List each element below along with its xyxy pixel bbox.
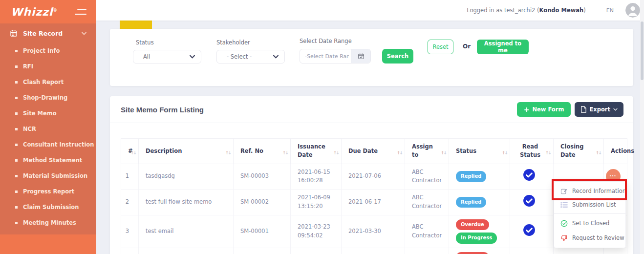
cell-ref-no: SM-00003	[234, 164, 291, 190]
sort-arrows-icon[interactable]: ↑↓	[397, 150, 402, 157]
cell-description: test email	[139, 215, 234, 248]
cell-ref-no: SM-00001	[234, 215, 291, 248]
cell-status: OverduePending	[449, 248, 510, 254]
column-header-closing-date[interactable]: Closing Date↑↓	[554, 139, 604, 164]
menu-item-record-information[interactable]: Record Information	[554, 184, 625, 198]
page-scrollbar[interactable]	[640, 0, 644, 254]
brand-logo[interactable]: Whizzl®	[11, 6, 58, 18]
sort-arrows-icon[interactable]: ↑↓	[130, 150, 136, 157]
language-selector[interactable]: EN	[606, 7, 614, 14]
bullet-icon	[15, 112, 18, 115]
chevron-down-icon	[190, 55, 195, 59]
date-range-label: Select Date Range	[300, 38, 352, 44]
sidebar-item-label: Material Submission	[23, 172, 87, 179]
status-select-value: All	[143, 53, 150, 60]
menu-item-submission-list[interactable]: Submission List	[554, 198, 625, 212]
column-header-issuance-date[interactable]: Issuance Date↑↓	[291, 139, 342, 164]
column-header-due-date[interactable]: Due Date↑↓	[342, 139, 405, 164]
stakeholder-label: Stakeholder	[216, 39, 250, 46]
new-form-button[interactable]: + New Form	[517, 102, 571, 117]
cell-issuance-date: 2021-06-0913:15:20	[291, 190, 342, 215]
menu-item-label: Record Information	[572, 188, 626, 194]
column-header-status[interactable]: Status↑↓	[449, 139, 510, 164]
calendar-picker-icon[interactable]	[351, 49, 370, 63]
sidebar-item-label: Consultant Instruction	[23, 141, 94, 148]
column-header-description[interactable]: Description↑↓	[139, 139, 234, 164]
sort-arrows-icon[interactable]: ↑↓	[225, 150, 231, 157]
sidebar-item-meeting-minutes[interactable]: Meeting Minutes	[0, 215, 96, 231]
cell-issuance-date: 2021-03-2309:54:02	[291, 215, 342, 248]
cell-row-number: 3	[121, 215, 139, 248]
sidebar-item-ncr[interactable]: NCR	[0, 121, 96, 137]
menu-item-label: Set to Closed	[572, 220, 609, 227]
reset-button[interactable]: Reset	[428, 40, 453, 54]
date-range-input[interactable]	[300, 49, 351, 63]
menu-item-label: Submission List	[572, 201, 616, 208]
plus-icon: +	[524, 106, 530, 113]
sidebar-item-consultant-instruction[interactable]: Consultant Instruction	[0, 137, 96, 152]
export-label: Export	[589, 106, 610, 113]
cell-ref-no: 3/1/2021	[234, 248, 291, 254]
sort-arrows-icon[interactable]: ↑↓	[441, 150, 446, 157]
or-label: Or	[463, 43, 471, 50]
sidebar-item-label: Method Statement	[23, 157, 82, 164]
active-tab-stub[interactable]	[120, 21, 152, 29]
sidebar-item-project-info[interactable]: Project Info	[0, 43, 96, 59]
menu-toggle-icon[interactable]	[75, 9, 86, 15]
scrollbar-thumb[interactable]	[641, 21, 644, 80]
sidebar-item-clash-report[interactable]: Clash Report	[0, 74, 96, 90]
cell-closing-date	[554, 248, 604, 254]
logged-in-suffix: )	[583, 7, 586, 14]
sort-arrows-icon[interactable]: ↑↓	[333, 150, 339, 157]
sidebar-item-shop-drawing[interactable]: Shop-Drawing	[0, 90, 96, 106]
cell-description: test full flow site memo	[139, 190, 234, 215]
bullet-icon	[15, 206, 18, 209]
column-header-ref-no[interactable]: Ref. No↑↓	[234, 139, 291, 164]
sidebar-item-label: Claim Submission	[23, 204, 79, 211]
logged-in-text: Logged in as test_archi2 (Kondo Mewah)	[467, 7, 586, 14]
stakeholder-select[interactable]: - Select -	[216, 50, 285, 64]
brand-logo-text: Whizzl	[11, 6, 53, 18]
sidebar-item-site-memo[interactable]: Site Memo	[0, 106, 96, 121]
bullet-icon	[15, 128, 18, 130]
logged-in-name: Kondo Mewah	[539, 7, 584, 14]
sidebar-item-label: Clash Report	[23, 79, 64, 85]
sidebar-item-claim-submission[interactable]: Claim Submission	[0, 199, 96, 215]
sort-arrows-icon[interactable]: ↑↓	[545, 150, 551, 157]
assigned-to-me-button[interactable]: Assigned to me	[477, 40, 529, 54]
sidebar-item-method-statement[interactable]: Method Statement	[0, 152, 96, 168]
cell-row-number: 1	[121, 164, 139, 190]
sidebar-item-rfi[interactable]: RFI	[0, 59, 96, 74]
column-header-actions: Actions	[604, 139, 627, 164]
sort-arrows-icon[interactable]: ↑↓	[282, 150, 288, 157]
sidebar-item-progress-report[interactable]: Progress Report	[0, 184, 96, 199]
bullet-icon	[15, 144, 18, 146]
topbar: Logged in as test_archi2 (Kondo Mewah) E…	[96, 0, 644, 21]
cell-due-date: 2021-07-06	[342, 164, 405, 190]
read-check-icon	[523, 176, 536, 183]
cell-issuance-date: 2021-06-1516:00:28	[291, 164, 342, 190]
sort-arrows-icon[interactable]: ↑↓	[502, 150, 507, 157]
column-header-[interactable]: #↑↓	[121, 139, 139, 164]
search-button[interactable]: Search	[382, 49, 413, 64]
sidebar-item-material-submission[interactable]: Material Submission	[0, 168, 96, 184]
cell-read-status	[510, 190, 554, 215]
column-header-read-status[interactable]: Read Status↑↓	[510, 139, 554, 164]
avatar[interactable]	[625, 3, 640, 18]
table-row: 4testing upload file and doc 3/13/1/2021…	[121, 248, 627, 254]
sidebar-item-label: NCR	[23, 126, 36, 132]
stakeholder-select-value: - Select -	[227, 53, 252, 60]
date-range-group	[300, 49, 371, 64]
sort-arrows-icon[interactable]: ↑↓	[596, 150, 601, 157]
menu-item-request-to-review[interactable]: Request to Review	[554, 231, 625, 245]
sidebar-item-site-record[interactable]: Site Record	[0, 23, 96, 43]
menu-item-set-to-closed[interactable]: Set to Closed	[554, 216, 625, 231]
sidebar: Whizzl® Site Record Project InfoRFIClash…	[0, 0, 96, 254]
export-button[interactable]: Export	[575, 102, 623, 117]
status-select[interactable]: All	[133, 50, 201, 64]
sidebar-submenu: Project InfoRFIClash ReportShop-DrawingS…	[0, 43, 96, 231]
status-label: Status	[136, 39, 154, 46]
sidebar-logo-row: Whizzl®	[0, 0, 96, 23]
column-header-assign-to[interactable]: Assign to↑↓	[405, 139, 449, 164]
thumbs-down-icon	[560, 234, 568, 242]
